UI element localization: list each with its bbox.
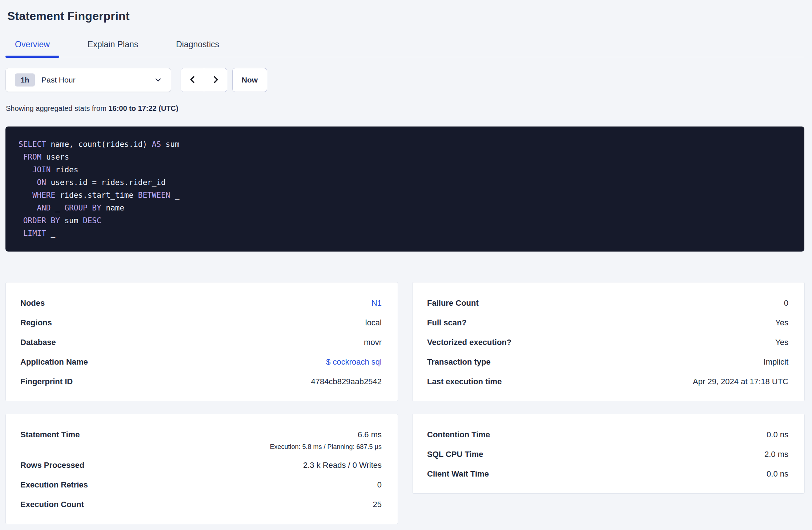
- aggregated-stats-prefix: Showing aggregated stats from: [6, 104, 108, 112]
- database-value: movr: [364, 337, 382, 348]
- contention-time-label: Contention Time: [427, 430, 490, 440]
- statement-time-value: 6.6 ms: [270, 430, 382, 440]
- client-wait-time-row: Client Wait Time0.0 ns: [427, 464, 788, 484]
- database-row: Databasemovr: [20, 333, 382, 352]
- client-wait-time-label: Client Wait Time: [427, 469, 489, 479]
- sql-cpu-time-row: SQL CPU Time2.0 ms: [427, 445, 788, 464]
- summary-cards: NodesN1RegionslocalDatabasemovrApplicati…: [5, 282, 804, 524]
- vectorized-execution-value: Yes: [775, 337, 788, 348]
- tab-bar: OverviewExplain PlansDiagnostics: [5, 40, 804, 57]
- card-details-left: NodesN1RegionslocalDatabasemovrApplicati…: [5, 282, 398, 401]
- statement-time-label: Statement Time: [20, 430, 80, 440]
- failure-count-row: Failure Count0: [427, 293, 788, 313]
- vectorized-execution-label: Vectorized execution?: [427, 337, 511, 348]
- execution-count-label: Execution Count: [20, 499, 84, 510]
- last-execution-time-label: Last execution time: [427, 377, 502, 387]
- full-scan-row: Full scan?Yes: [427, 313, 788, 333]
- card-timing-right: Contention Time0.0 nsSQL CPU Time2.0 msC…: [412, 414, 805, 494]
- time-range-label: Past Hour: [41, 76, 75, 84]
- sql-line: ON users.id = rides.rider_id: [19, 176, 791, 189]
- fingerprint-id-label: Fingerprint ID: [20, 377, 73, 387]
- sql-line: ORDER BY sum DESC: [19, 214, 791, 227]
- database-label: Database: [20, 337, 56, 348]
- vectorized-execution-row: Vectorized execution?Yes: [427, 333, 788, 352]
- application-name-label: Application Name: [20, 357, 88, 367]
- chevron-down-icon: [154, 76, 162, 84]
- nodes-label: Nodes: [20, 298, 45, 308]
- rows-processed-label: Rows Processed: [20, 460, 84, 470]
- time-step-button-group: [181, 68, 227, 92]
- sql-line: WHERE rides.start_time BETWEEN _: [19, 189, 791, 202]
- execution-retries-row: Execution Retries0: [20, 475, 382, 495]
- last-execution-time-row: Last execution timeApr 29, 2024 at 17:18…: [427, 372, 788, 392]
- fingerprint-id-value: 4784cb829aab2542: [311, 377, 382, 387]
- failure-count-label: Failure Count: [427, 298, 479, 308]
- execution-count-value: 25: [373, 499, 382, 510]
- statement-fingerprint-page: Statement Fingerprint OverviewExplain Pl…: [0, 0, 812, 524]
- sql-statement-box: SELECT name, count(rides.id) AS sum FROM…: [5, 127, 804, 252]
- contention-time-row: Contention Time0.0 ns: [427, 425, 788, 445]
- regions-label: Regions: [20, 318, 52, 328]
- failure-count-value: 0: [784, 298, 788, 308]
- chevron-right-icon: [211, 75, 220, 85]
- execution-retries-label: Execution Retries: [20, 480, 88, 490]
- execution-retries-value: 0: [377, 480, 382, 490]
- page-title: Statement Fingerprint: [7, 9, 804, 23]
- regions-row: Regionslocal: [20, 313, 382, 333]
- now-button[interactable]: Now: [232, 68, 267, 92]
- nodes-row: NodesN1: [20, 293, 382, 313]
- aggregated-stats-range: 16:00 to 17:22 (UTC): [108, 104, 178, 112]
- previous-interval-button[interactable]: [181, 68, 204, 92]
- sql-cpu-time-label: SQL CPU Time: [427, 449, 483, 459]
- card-timing-left: Statement Time6.6 msExecution: 5.8 ms / …: [5, 414, 398, 524]
- application-name-link[interactable]: $ cockroach sql: [326, 357, 382, 367]
- sql-line: LIMIT _: [19, 227, 791, 240]
- sql-cpu-time-value: 2.0 ms: [764, 449, 788, 459]
- full-scan-label: Full scan?: [427, 318, 467, 328]
- execution-count-row: Execution Count25: [20, 495, 382, 514]
- time-range-dropdown[interactable]: 1h Past Hour: [5, 68, 171, 92]
- tab-explain-plans[interactable]: Explain Plans: [78, 40, 148, 57]
- application-name-row: Application Name$ cockroach sql: [20, 352, 382, 372]
- nodes-link[interactable]: N1: [371, 298, 382, 308]
- transaction-type-label: Transaction type: [427, 357, 491, 367]
- fingerprint-id-row: Fingerprint ID4784cb829aab2542: [20, 372, 382, 392]
- transaction-type-value: Implicit: [764, 357, 788, 367]
- sql-line: SELECT name, count(rides.id) AS sum: [19, 138, 791, 151]
- time-toolbar: 1h Past Hour: [5, 68, 804, 92]
- regions-value: local: [365, 318, 382, 328]
- rows-processed-row: Rows Processed2.3 k Reads / 0 Writes: [20, 455, 382, 475]
- sql-line: FROM users: [19, 151, 791, 164]
- sql-line: JOIN rides: [19, 164, 791, 176]
- statement-time-row: Statement Time6.6 msExecution: 5.8 ms / …: [20, 425, 382, 455]
- client-wait-time-value: 0.0 ns: [767, 469, 788, 479]
- card-details-right: Failure Count0Full scan?YesVectorized ex…: [412, 282, 805, 401]
- last-execution-time-value: Apr 29, 2024 at 17:18 UTC: [693, 377, 788, 387]
- time-range-badge: 1h: [15, 73, 35, 87]
- rows-processed-value: 2.3 k Reads / 0 Writes: [303, 460, 382, 470]
- tab-overview[interactable]: Overview: [5, 40, 59, 57]
- next-interval-button[interactable]: [204, 68, 227, 92]
- contention-time-value: 0.0 ns: [767, 430, 788, 440]
- sql-line: AND _ GROUP BY name: [19, 202, 791, 214]
- chevron-left-icon: [188, 75, 197, 85]
- aggregated-stats-line: Showing aggregated stats from 16:00 to 1…: [6, 104, 804, 113]
- full-scan-value: Yes: [775, 318, 788, 328]
- tab-diagnostics[interactable]: Diagnostics: [166, 40, 229, 57]
- transaction-type-row: Transaction typeImplicit: [427, 352, 788, 372]
- statement-time-breakdown: Execution: 5.8 ms / Planning: 687.5 µs: [270, 443, 382, 451]
